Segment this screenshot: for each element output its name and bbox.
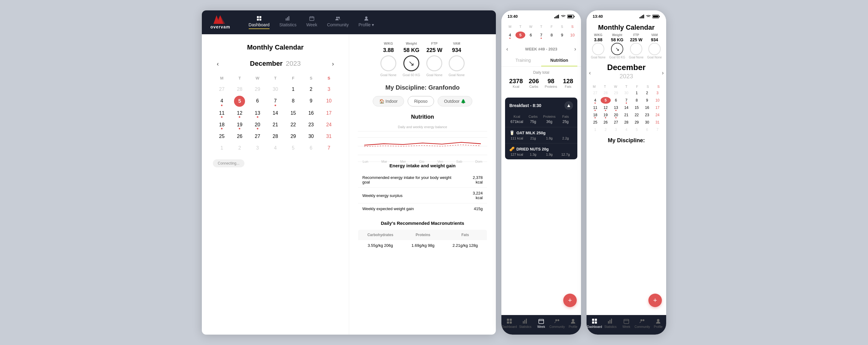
- cal-cell[interactable]: 9: [302, 96, 320, 107]
- cal-cell[interactable]: 25: [213, 131, 230, 142]
- p2-cal-cell[interactable]: 29: [631, 119, 642, 126]
- p2-cal-cell[interactable]: 5: [600, 97, 611, 104]
- indoor-btn[interactable]: 🏠 Indoor: [373, 96, 404, 106]
- phone2-cal-prev[interactable]: ‹: [589, 70, 591, 76]
- p2-cal-cell[interactable]: 21: [621, 112, 631, 118]
- cal-cell[interactable]: 27: [213, 84, 230, 95]
- p1-nav-week[interactable]: Week: [533, 318, 549, 329]
- p2-cal-cell[interactable]: 2: [642, 90, 652, 96]
- p2-cal-cell[interactable]: 4: [621, 126, 631, 133]
- cal-cell[interactable]: 16: [302, 108, 320, 118]
- p2-cal-cell[interactable]: 11: [590, 104, 600, 111]
- p1-nav-community[interactable]: Community: [549, 318, 565, 329]
- p2-cal-cell[interactable]: 30: [621, 90, 631, 96]
- phone1-tab-nutrition[interactable]: Nutrition: [541, 55, 577, 66]
- p2-cal-cell[interactable]: 1: [631, 90, 642, 96]
- cal-cell[interactable]: 22: [284, 119, 302, 130]
- p2-cal-cell[interactable]: 27: [590, 90, 600, 96]
- cal-cell[interactable]: 29: [249, 84, 267, 95]
- cal-cell[interactable]: 13: [249, 108, 267, 118]
- cal-cell[interactable]: 1: [213, 143, 230, 153]
- nav-community[interactable]: Community: [327, 15, 349, 29]
- p2-cal-cell[interactable]: 8: [631, 97, 642, 104]
- p1-d10[interactable]: 10: [567, 32, 577, 38]
- cal-cell[interactable]: 20: [249, 119, 267, 130]
- p1-d8[interactable]: 8: [547, 32, 557, 38]
- phone1-tab-training[interactable]: Training: [505, 55, 541, 66]
- cal-cell[interactable]: 21: [267, 119, 284, 130]
- cal-cell[interactable]: 6: [302, 143, 320, 153]
- riposo-btn[interactable]: Riposo: [408, 96, 434, 106]
- p2-cal-cell[interactable]: 13: [611, 104, 621, 111]
- p2-cal-cell[interactable]: 25: [590, 119, 600, 126]
- cal-cell[interactable]: 5: [284, 143, 302, 153]
- p2-cal-cell[interactable]: 29: [611, 90, 621, 96]
- p1-nav-statistics[interactable]: Statistics: [517, 318, 533, 329]
- p2-cal-cell[interactable]: 14: [621, 104, 631, 111]
- p2-cal-cell[interactable]: 30: [642, 119, 652, 126]
- cal-cell[interactable]: 28: [267, 131, 284, 142]
- p2-cal-cell[interactable]: 23: [642, 112, 652, 118]
- p2-nav-profile[interactable]: Profile: [650, 318, 666, 329]
- nav-week[interactable]: Week: [306, 15, 317, 29]
- cal-cell[interactable]: 18: [213, 119, 230, 130]
- cal-cell[interactable]: 7: [320, 143, 338, 153]
- cal-cell[interactable]: 4: [213, 96, 230, 107]
- cal-cell[interactable]: 27: [249, 131, 267, 142]
- phone2-fab[interactable]: +: [648, 294, 662, 307]
- cal-cell[interactable]: 19: [230, 119, 248, 130]
- p2-nav-week[interactable]: Week: [618, 318, 634, 329]
- p2-cal-cell[interactable]: 5: [631, 126, 642, 133]
- cal-cell[interactable]: 6: [249, 96, 267, 107]
- p2-cal-cell[interactable]: 2: [600, 126, 611, 133]
- phone1-fab[interactable]: +: [563, 294, 577, 307]
- p2-nav-statistics[interactable]: Statistics: [602, 318, 618, 329]
- phone1-meal-expand[interactable]: ▲: [564, 101, 573, 110]
- p2-cal-cell[interactable]: 3: [652, 90, 662, 96]
- p2-cal-cell[interactable]: 19: [600, 112, 611, 118]
- p1-d7[interactable]: 7: [536, 32, 546, 38]
- nav-statistics[interactable]: Statistics: [279, 15, 297, 29]
- p2-cal-cell[interactable]: 6: [611, 97, 621, 104]
- p2-nav-dashboard[interactable]: Dashboard: [587, 318, 602, 329]
- cal-cell[interactable]: 7: [267, 96, 284, 107]
- cal-cell[interactable]: 23: [302, 119, 320, 130]
- cal-next-btn[interactable]: ›: [328, 59, 338, 69]
- p1-d9[interactable]: 9: [557, 32, 567, 38]
- cal-cell[interactable]: 4: [267, 143, 284, 153]
- p2-cal-cell[interactable]: 16: [642, 104, 652, 111]
- cal-cell[interactable]: 8: [284, 96, 302, 107]
- p2-cal-cell[interactable]: 7: [652, 126, 662, 133]
- p2-cal-cell[interactable]: 10: [652, 97, 662, 104]
- p2-cal-cell[interactable]: 26: [600, 119, 611, 126]
- phone2-cal-next[interactable]: ›: [662, 70, 664, 76]
- cal-cell[interactable]: 26: [230, 131, 248, 142]
- cal-cell[interactable]: 2: [302, 84, 320, 95]
- cal-cell[interactable]: 17: [320, 108, 338, 118]
- cal-cell[interactable]: 10: [320, 96, 338, 107]
- cal-cell[interactable]: 14: [267, 108, 284, 118]
- p2-cal-cell[interactable]: 1: [590, 126, 600, 133]
- p2-cal-cell[interactable]: 27: [611, 119, 621, 126]
- p2-cal-cell[interactable]: 6: [642, 126, 652, 133]
- cal-cell[interactable]: 11: [213, 108, 230, 118]
- p2-cal-cell[interactable]: 28: [600, 90, 611, 96]
- nav-dashboard[interactable]: Dashboard: [249, 15, 270, 29]
- p1-nav-profile[interactable]: Profile: [565, 318, 581, 329]
- p2-cal-cell[interactable]: 12: [600, 104, 611, 111]
- outdoor-btn[interactable]: Outdoor 🌲: [438, 96, 472, 106]
- p2-cal-cell[interactable]: 4: [590, 97, 600, 104]
- cal-cell[interactable]: 1: [284, 84, 302, 95]
- cal-cell[interactable]: 15: [284, 108, 302, 118]
- p2-cal-cell[interactable]: 28: [621, 119, 631, 126]
- p2-cal-cell[interactable]: 24: [652, 112, 662, 118]
- p2-cal-cell[interactable]: 20: [611, 112, 621, 118]
- cal-cell[interactable]: 31: [320, 131, 338, 142]
- p1-d6[interactable]: 6: [526, 32, 536, 38]
- phone1-week-next[interactable]: ›: [574, 46, 576, 52]
- p2-cal-cell[interactable]: 17: [652, 104, 662, 111]
- p2-cal-cell[interactable]: 22: [631, 112, 642, 118]
- p1-nav-dashboard[interactable]: Dashboard: [501, 318, 517, 329]
- nav-profile[interactable]: Profile ▾: [358, 15, 374, 29]
- p2-cal-cell[interactable]: 7: [621, 97, 631, 104]
